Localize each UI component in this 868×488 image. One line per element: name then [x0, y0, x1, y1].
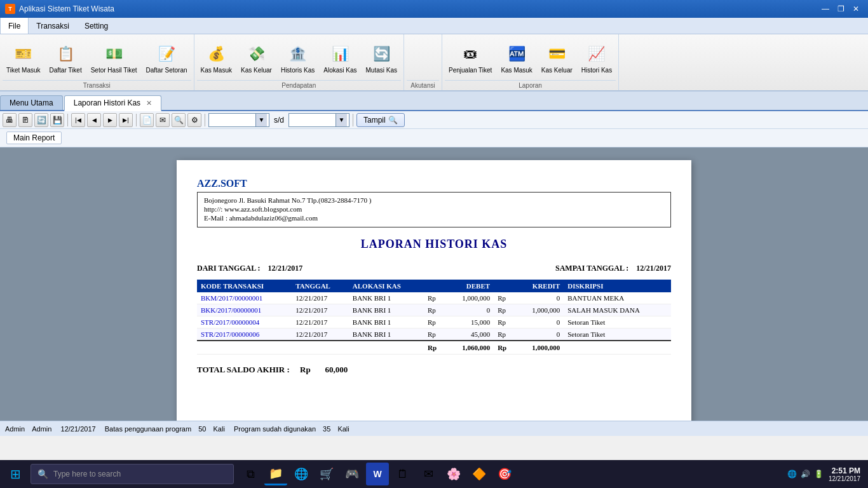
- status-bar: Admin Admin 12/21/2017 Batas penggunaan …: [0, 421, 868, 436]
- menu-file[interactable]: File: [0, 18, 29, 34]
- taskbar-time[interactable]: 2:51 PM 12/21/2017: [829, 466, 860, 482]
- menu-transaksi[interactable]: Transaksi: [29, 18, 77, 34]
- company-name: AZZ.SOFT: [197, 178, 671, 189]
- tampil-button[interactable]: Tampil 🔍: [356, 113, 405, 127]
- tab-close-icon[interactable]: ✕: [146, 99, 152, 107]
- taskbar-app-target[interactable]: 🎯: [493, 463, 516, 485]
- toolbar-first-btn[interactable]: |◀: [71, 113, 85, 127]
- col-rp1: [424, 280, 446, 292]
- windows-logo-icon: ⊞: [10, 466, 21, 482]
- taskbar-search-bar[interactable]: 🔍 Type here to search: [31, 464, 234, 484]
- row-rp2: Rp: [494, 304, 516, 316]
- toolbar-last-btn[interactable]: ▶|: [119, 113, 133, 127]
- tab-laporan-histori-kas[interactable]: Laporan Histori Kas ✕: [64, 95, 162, 111]
- date-range-row: DARI TANGGAL : 12/21/2017 SAMPAI TANGGAL…: [197, 264, 671, 273]
- toolbar-new-btn[interactable]: 🖹: [18, 113, 32, 127]
- histori-kas-lap-button[interactable]: 📈 Histori Kas: [578, 40, 616, 77]
- row-deskripsi: SALAH MASUK DANA: [564, 304, 671, 316]
- setor-icon: 💵: [102, 43, 125, 65]
- app-icon: T: [5, 4, 15, 14]
- date-from-input[interactable]: 12/21/2017 ▼: [208, 113, 269, 127]
- kas-masuk-label: Kas Masuk: [201, 67, 232, 74]
- separator-1: [67, 114, 68, 126]
- date-to-field[interactable]: 12/21/2017: [291, 116, 336, 125]
- status-user-label: Admin: [5, 425, 25, 433]
- status-batas-label: Batas penggunaan program: [105, 425, 191, 433]
- date-to-dropdown[interactable]: ▼: [336, 114, 347, 126]
- daftar-tiket-button[interactable]: 📋 Daftar Tiket: [46, 40, 86, 77]
- kas-keluar-lap-button[interactable]: 💳 Kas Keluar: [538, 40, 576, 77]
- toolbar-settings-btn[interactable]: ⚙: [187, 113, 201, 127]
- kas-masuk-icon: 💰: [205, 43, 227, 65]
- row-debet: 0: [446, 304, 494, 316]
- date-from-field[interactable]: 12/21/2017: [211, 116, 255, 125]
- kas-masuk-button[interactable]: 💰 Kas Masuk: [197, 40, 236, 77]
- start-button[interactable]: ⊞: [3, 461, 28, 487]
- kas-keluar-button[interactable]: 💸 Kas Keluar: [237, 40, 276, 77]
- taskbar-app-explorer[interactable]: 📁: [264, 463, 287, 485]
- taskbar-app-orange[interactable]: 🔶: [468, 463, 491, 485]
- taskbar-app-flower[interactable]: 🌸: [442, 463, 465, 485]
- penjualan-tiket-lap-button[interactable]: 🎟 Penjualan Tiket: [445, 40, 496, 77]
- table-row: BKM/2017/00000001 12/21/2017 BANK BRI 1 …: [197, 292, 671, 304]
- toolbar-search-btn[interactable]: 🔍: [172, 113, 186, 127]
- toolbar-save-btn[interactable]: 💾: [50, 113, 64, 127]
- tab-menu-utama[interactable]: Menu Utama: [0, 95, 63, 110]
- taskbar-app-word[interactable]: W: [366, 463, 389, 485]
- status-sudah-label: Program sudah digunakan: [234, 425, 316, 433]
- daftar-setoran-button[interactable]: 📝 Daftar Setoran: [142, 40, 191, 77]
- close-button[interactable]: ✕: [849, 3, 863, 15]
- minimize-button[interactable]: —: [818, 3, 832, 15]
- separator-4: [353, 114, 353, 126]
- tiket-masuk-button[interactable]: 🎫 Tiket Masuk: [3, 40, 44, 77]
- total-row: Rp 1,060,000 Rp 1,000,000: [197, 341, 671, 355]
- main-report-tab[interactable]: Main Report: [6, 132, 62, 144]
- mutasi-kas-button[interactable]: 🔄 Mutasi Kas: [362, 40, 401, 77]
- sampai-tanggal-label: SAMPAI TANGGAL :: [555, 264, 628, 273]
- menu-setting[interactable]: Setting: [77, 18, 116, 34]
- toolbar-email-btn[interactable]: ✉: [156, 113, 170, 127]
- total-debet: 1,060,000: [446, 341, 494, 355]
- dari-tanggal: DARI TANGGAL : 12/21/2017: [197, 264, 302, 273]
- taskbar-date: 12/21/2017: [829, 475, 860, 482]
- ribbon-group-akutansi: Akutansi: [404, 34, 442, 90]
- toolbar-copy-btn[interactable]: 📄: [140, 113, 154, 127]
- taskbar-app-edge[interactable]: 🌐: [290, 463, 313, 485]
- laporan-buttons: 🎟 Penjualan Tiket 🏧 Kas Masuk 💳 Kas Kelu…: [445, 37, 616, 80]
- taskbar-app-task-view[interactable]: ⧉: [239, 463, 262, 485]
- taskbar-app-store[interactable]: 🛒: [315, 463, 338, 485]
- restore-button[interactable]: ❐: [834, 3, 848, 15]
- historis-kas-button[interactable]: 🏦 Historis Kas: [277, 40, 318, 77]
- row-debet: 15,000: [446, 316, 494, 329]
- kas-masuk-lap-button[interactable]: 🏧 Kas Masuk: [497, 40, 536, 77]
- taskbar-app-game[interactable]: 🎮: [341, 463, 363, 485]
- toolbar-print-btn[interactable]: 🖶: [3, 113, 17, 127]
- row-alokasi: BANK BRI 1: [349, 329, 424, 341]
- toolbar-refresh-btn[interactable]: 🔄: [34, 113, 48, 127]
- row-kredit: 0: [516, 329, 564, 341]
- app-title: Aplikasi Sistem Tiket Wisata: [19, 4, 114, 13]
- date-from-dropdown[interactable]: ▼: [255, 114, 267, 126]
- tampil-label: Tampil: [363, 116, 386, 125]
- daftar-setoran-icon: 📝: [155, 43, 178, 65]
- taskbar-search-icon: 🔍: [37, 469, 48, 479]
- kas-keluar-icon: 💸: [245, 43, 268, 65]
- date-to-input[interactable]: 12/21/2017 ▼: [288, 113, 349, 127]
- toolbar-prev-btn[interactable]: ◀: [87, 113, 101, 127]
- alokasi-kas-button[interactable]: 📊 Alokasi Kas: [320, 40, 360, 77]
- historis-kas-icon: 🏦: [287, 43, 309, 65]
- setor-hasil-tiket-button[interactable]: 💵 Setor Hasil Tiket: [87, 40, 141, 77]
- title-bar: T Aplikasi Sistem Tiket Wisata — ❐ ✕: [0, 0, 868, 18]
- row-tanggal: 12/21/2017: [292, 329, 349, 341]
- akutansi-group-title: Akutansi: [407, 80, 439, 90]
- company-address: Bojonegoro Jl. Basuki Rahmat No.7 Tlp.(0…: [204, 196, 664, 204]
- taskbar-app-notes[interactable]: 🗒: [391, 463, 414, 485]
- row-tanggal: 12/21/2017: [292, 304, 349, 316]
- taskbar-app-mail[interactable]: ✉: [417, 463, 440, 485]
- company-info-box: Bojonegoro Jl. Basuki Rahmat No.7 Tlp.(0…: [197, 192, 671, 227]
- col-alokasi: ALOKASI KAS: [349, 280, 424, 292]
- col-tanggal: TANGGAL: [292, 280, 349, 292]
- toolbar-next-btn[interactable]: ▶: [103, 113, 117, 127]
- table-row: STR/2017/00000004 12/21/2017 BANK BRI 1 …: [197, 316, 671, 329]
- laporan-group-title: Laporan: [445, 80, 616, 90]
